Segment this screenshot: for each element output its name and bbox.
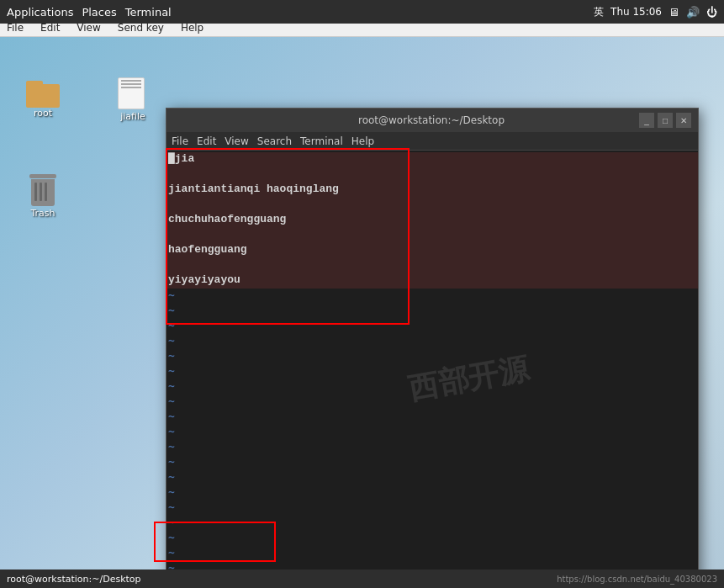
- vim-line-4: [166, 198, 698, 213]
- desktop-icon-trash[interactable]: Trash: [13, 171, 72, 222]
- terminal-close-button[interactable]: ✕: [676, 113, 691, 128]
- vim-menu-search[interactable]: Search: [257, 135, 292, 147]
- places-menu[interactable]: Places: [82, 6, 116, 19]
- terminal-controls: _ □ ✕: [639, 113, 691, 128]
- desktop-icon-root[interactable]: root: [13, 74, 72, 122]
- vim-tilde-18: ~: [166, 546, 698, 561]
- vim-menu-view[interactable]: View: [225, 135, 248, 147]
- applications-menu[interactable]: Applications: [7, 6, 73, 19]
- taskbar: root@workstation:~/Desktop https://blog.…: [0, 569, 724, 588]
- taskbar-label: root@workstation:~/Desktop: [7, 574, 141, 585]
- clock: Thu 15:06: [610, 6, 662, 18]
- vim-line-1-text: █jia: [168, 152, 194, 165]
- trash-icon-label: Trash: [30, 208, 55, 219]
- vim-menu-help[interactable]: Help: [351, 135, 374, 147]
- vim-line-8: [166, 258, 698, 273]
- vim-tilde-4: ~: [166, 334, 698, 349]
- root-icon-label: root: [34, 108, 52, 119]
- terminal-menubar: File Edit View Search Terminal Help: [166, 132, 698, 151]
- vim-line-2-text: [168, 167, 175, 180]
- vim-tilde-12: ~: [166, 455, 698, 470]
- terminal-titlebar: root@workstation:~/Desktop _ □ ✕: [166, 109, 698, 132]
- vim-tilde-6: ~: [166, 364, 698, 379]
- audio-icon[interactable]: 🔊: [686, 6, 700, 19]
- vim-line-8-text: [168, 258, 175, 271]
- vim-tilde-13: ~: [166, 470, 698, 485]
- gnome-bar-right: 英 Thu 15:06 🖥 🔊 ⏻: [594, 5, 717, 19]
- vim-tilde-8: ~: [166, 395, 698, 410]
- vim-line-5: chuchuhaofengguang: [166, 213, 698, 228]
- vim-content: █jia jiantiantianqi haoqinglang chuchuha…: [166, 151, 698, 572]
- terminal-maximize-button[interactable]: □: [658, 113, 673, 128]
- vim-tilde-7: ~: [166, 379, 698, 395]
- vim-line-5-text: chuchuhaofengguang: [168, 213, 286, 225]
- power-icon[interactable]: ⏻: [706, 6, 717, 19]
- vim-menu-edit[interactable]: Edit: [197, 135, 216, 147]
- vim-tilde-3: ~: [166, 319, 698, 334]
- vim-line-2: [166, 167, 698, 183]
- vim-tilde-9: ~: [166, 410, 698, 425]
- vim-tilde-17: ~: [166, 531, 698, 546]
- vim-menu-terminal[interactable]: Terminal: [300, 135, 343, 147]
- vim-line-3-text: jiantiantianqi haoqinglang: [168, 183, 339, 195]
- desktop-icon-jiafile[interactable]: jiafile: [103, 74, 162, 125]
- vim-line-9-text: yiyayiyayou: [168, 273, 240, 286]
- vim-line-4-text: [168, 198, 175, 210]
- terminal-window: root@workstation:~/Desktop _ □ ✕ File Ed…: [166, 108, 699, 588]
- vim-tilde-2: ~: [166, 304, 698, 319]
- vim-line-6: [166, 228, 698, 243]
- vim-editor: █jia jiantiantianqi haoqinglang chuchuha…: [166, 151, 698, 588]
- vim-tilde-5: ~: [166, 349, 698, 364]
- vim-line-1: █jia: [166, 152, 698, 167]
- network-icon[interactable]: 🖥: [669, 6, 679, 19]
- vim-menu-file[interactable]: File: [172, 135, 188, 147]
- terminal-title: root@workstation:~/Desktop: [224, 114, 639, 126]
- vim-tilde-14: ~: [166, 485, 698, 501]
- folder-icon-root: [26, 77, 60, 108]
- language-indicator: 英: [594, 5, 604, 19]
- vim-tilde-15: ~: [166, 501, 698, 516]
- vim-tilde-16: ~: [166, 516, 698, 531]
- terminal-menu[interactable]: Terminal: [125, 6, 172, 19]
- desktop: root jiafile Trash: [0, 24, 724, 588]
- vim-line-3: jiantiantianqi haoqinglang: [166, 183, 698, 198]
- trash-icon: [28, 174, 58, 208]
- terminal-minimize-button[interactable]: _: [639, 113, 654, 128]
- vim-line-7: haofengguang: [166, 243, 698, 258]
- vim-tilde-10: ~: [166, 425, 698, 440]
- gnome-topbar: Applications Places Terminal 英 Thu 15:06…: [0, 0, 724, 24]
- gnome-bar-left: Applications Places Terminal: [7, 6, 172, 19]
- file-icon-jiafile: [118, 77, 148, 111]
- jiafile-icon-label: jiafile: [120, 111, 145, 122]
- vim-line-6-text: [168, 228, 175, 241]
- vim-tilde-1: ~: [166, 289, 698, 304]
- vim-tilde-11: ~: [166, 440, 698, 455]
- vim-line-9: yiyayiyayou: [166, 273, 698, 289]
- taskbar-url: https://blog.csdn.net/baidu_40380023: [557, 575, 717, 584]
- vim-line-7-text: haofengguang: [168, 243, 247, 256]
